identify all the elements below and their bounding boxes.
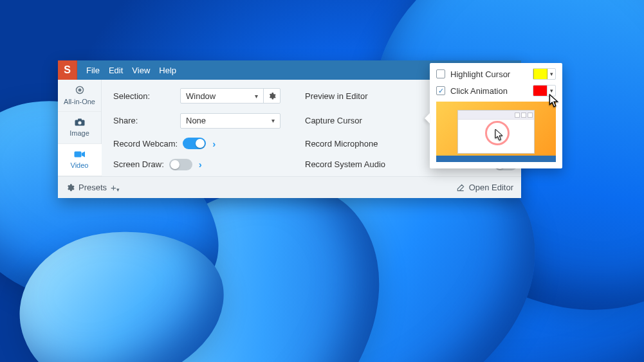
- svg-rect-5: [74, 152, 81, 158]
- add-preset-button[interactable]: +▾: [111, 182, 120, 193]
- cursor-icon: [495, 129, 504, 141]
- tab-image[interactable]: Image: [58, 112, 101, 144]
- chevron-down-icon: ▾: [547, 71, 555, 77]
- menu-help[interactable]: Help: [159, 66, 176, 75]
- chevron-down-icon: ▾: [249, 93, 263, 100]
- menu-edit[interactable]: Edit: [109, 66, 123, 75]
- presets-button[interactable]: Presets: [66, 183, 107, 192]
- tab-all-in-one-label: All-in-One: [64, 98, 95, 105]
- click-animation-checkbox[interactable]: ✓: [436, 86, 445, 95]
- selection-dropdown[interactable]: Window ▾: [180, 88, 281, 104]
- tab-video[interactable]: Video: [58, 144, 101, 176]
- click-animation-label: Click Animation: [450, 86, 528, 96]
- svg-point-4: [78, 121, 81, 124]
- presets-label: Presets: [78, 183, 107, 192]
- highlight-color-dropdown[interactable]: ▾: [533, 68, 556, 80]
- mouse-cursor: [549, 94, 558, 107]
- svg-rect-3: [78, 119, 82, 121]
- gear-icon: [66, 183, 75, 192]
- video-camera-icon: [74, 150, 86, 159]
- highlight-color-swatch: [533, 68, 547, 80]
- record-webcam-toggle[interactable]: [183, 138, 206, 149]
- cursor-options-flyout: Highlight Cursor ▾ ✓ Click Animation ▾: [430, 63, 562, 168]
- screen-draw-expand[interactable]: ›: [198, 159, 203, 170]
- record-webcam-expand[interactable]: ›: [211, 138, 217, 149]
- chevron-down-icon: ▾: [266, 117, 280, 124]
- screen-draw-toggle[interactable]: [169, 159, 192, 170]
- edit-icon: [456, 183, 465, 192]
- highlight-cursor-checkbox[interactable]: [436, 69, 445, 78]
- tab-image-label: Image: [69, 129, 89, 137]
- click-animation-preview: [436, 102, 556, 162]
- open-editor-button[interactable]: Open Editor: [456, 183, 513, 192]
- record-webcam-label: Record Webcam:: [113, 139, 178, 149]
- selection-label: Selection:: [113, 91, 175, 101]
- mode-sidebar: All-in-One Image Video: [58, 80, 102, 176]
- selection-value: Window: [181, 91, 249, 101]
- highlight-cursor-label: Highlight Cursor: [450, 69, 528, 79]
- svg-point-1: [78, 89, 81, 92]
- selection-settings-gear[interactable]: [263, 89, 280, 103]
- click-animation-color-swatch: [533, 85, 547, 96]
- open-editor-label: Open Editor: [469, 183, 513, 192]
- app-logo: S: [58, 60, 77, 80]
- menu-view[interactable]: View: [132, 66, 150, 75]
- tab-all-in-one[interactable]: All-in-One: [58, 80, 101, 112]
- share-label: Share:: [113, 116, 175, 125]
- menu-file[interactable]: File: [86, 66, 100, 75]
- record-dot-icon: [75, 86, 84, 96]
- camera-icon: [75, 118, 85, 127]
- chevron-down-icon: ▾: [547, 87, 555, 94]
- share-value: None: [181, 116, 266, 125]
- tab-video-label: Video: [71, 161, 89, 169]
- footer-bar: Presets +▾ Open Editor: [58, 176, 521, 198]
- screen-draw-label: Screen Draw:: [113, 159, 164, 169]
- share-dropdown[interactable]: None ▾: [180, 113, 281, 129]
